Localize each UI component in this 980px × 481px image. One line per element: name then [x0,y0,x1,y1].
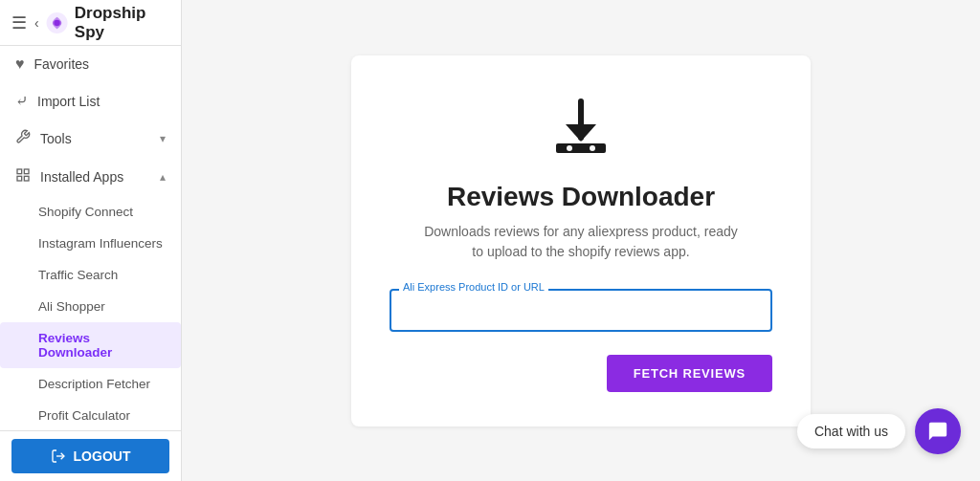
grid-icon [15,167,31,186]
sidebar-item-shopify-connect[interactable]: Shopify Connect [0,196,181,228]
import-icon: ⤶ [15,92,28,110]
product-input-group: Ali Express Product ID or URL [390,289,772,332]
sidebar-bottom: LOGOUT [0,430,181,481]
sidebar-item-label: Import List [37,94,166,109]
svg-point-9 [567,145,572,151]
svg-rect-3 [24,169,29,174]
svg-rect-5 [17,176,22,181]
sidebar-item-profit-calculator[interactable]: Profit Calculator [0,400,181,430]
sidebar-item-installed-apps[interactable]: Installed Apps ▴ [0,158,181,196]
fetch-reviews-button[interactable]: FETCH REVIEWS [607,355,772,392]
input-legend: Ali Express Product ID or URL [399,281,548,293]
input-fieldset: Ali Express Product ID or URL [390,289,772,332]
sidebar-item-import-list[interactable]: ⤶ Import List [0,82,181,120]
chevron-up-icon: ▴ [160,170,166,184]
svg-point-1 [54,19,59,25]
chat-label: Chat with us [797,414,905,448]
app-logo-icon [45,10,69,36]
sidebar-item-label: Favorites [34,56,167,72]
chevron-down-icon: ▾ [160,132,166,145]
chat-widget: Chat with us [797,408,961,454]
heart-icon: ♥ [15,55,25,73]
logout-button[interactable]: LOGOUT [11,439,169,473]
sidebar-scroll: ♥ Favorites ⤶ Import List Tools ▾ Instal… [0,46,181,430]
sidebar-header: ☰ ‹ Dropship Spy [0,0,181,46]
logout-icon [51,448,66,464]
card-description: Downloads reviews for any aliexpress pro… [418,222,744,262]
sidebar: ☰ ‹ Dropship Spy ♥ Favorites ⤶ Import Li… [0,0,182,481]
app-title: Dropship Spy [75,4,169,42]
product-id-input[interactable] [391,291,770,330]
sidebar-item-instagram-influencers[interactable]: Instagram Influencers [0,228,181,259]
sidebar-item-traffic-search[interactable]: Traffic Search [0,259,181,291]
reviews-downloader-card: Reviews Downloader Downloads reviews for… [351,55,811,426]
svg-point-10 [590,145,595,151]
sidebar-item-label: Tools [40,131,160,146]
chat-icon [927,421,948,442]
hamburger-icon[interactable]: ☰ [11,12,27,33]
sidebar-item-ali-shopper[interactable]: Ali Shopper [0,291,181,322]
back-icon[interactable]: ‹ [34,15,39,31]
chat-button[interactable] [915,408,961,454]
sidebar-installed-apps-label: Installed Apps [40,169,160,185]
tools-icon [15,129,31,148]
sidebar-item-reviews-downloader[interactable]: Reviews Downloader [0,322,181,368]
svg-rect-8 [556,143,606,153]
sidebar-item-favorites[interactable]: ♥ Favorites [0,46,181,82]
download-icon [546,94,615,166]
sidebar-item-tools[interactable]: Tools ▾ [0,120,181,158]
sidebar-item-description-fetcher[interactable]: Description Fetcher [0,368,181,400]
svg-rect-4 [24,176,29,181]
svg-rect-2 [17,169,22,174]
main-content: Reviews Downloader Downloads reviews for… [182,0,980,481]
card-title: Reviews Downloader [447,182,715,212]
